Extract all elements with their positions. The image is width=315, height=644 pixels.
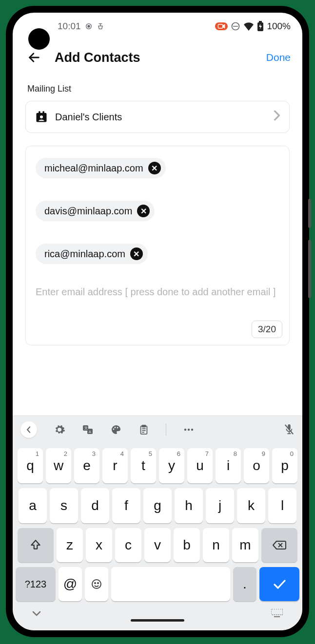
status-icon-1	[85, 22, 93, 30]
svg-point-16	[113, 429, 115, 430]
period-key[interactable]: .	[233, 567, 256, 601]
svg-text:文: 文	[84, 426, 88, 430]
key-q[interactable]: q1	[18, 448, 43, 483]
palette-icon[interactable]	[110, 424, 122, 436]
key-r[interactable]: r4	[102, 448, 128, 483]
key-i[interactable]: i8	[216, 448, 241, 483]
key-y[interactable]: y6	[159, 448, 184, 483]
home-indicator[interactable]	[131, 619, 184, 622]
enter-key[interactable]	[259, 567, 299, 601]
svg-point-18	[117, 427, 118, 429]
chip-label: micheal@minlaap.com	[44, 163, 143, 174]
dnd-icon	[231, 21, 240, 31]
svg-rect-2	[218, 24, 223, 28]
nav-collapse-icon[interactable]	[32, 610, 41, 616]
key-g[interactable]: g	[143, 488, 172, 523]
clipboard-icon[interactable]	[138, 424, 149, 436]
key-x[interactable]: x	[86, 528, 112, 562]
key-t[interactable]: t5	[131, 448, 156, 483]
svg-rect-6	[259, 21, 262, 22]
contact-chip: micheal@minlaap.com✕	[36, 158, 166, 178]
svg-rect-37	[274, 616, 280, 617]
app-header: Add Contacts Done	[13, 40, 302, 77]
key-j[interactable]: j	[206, 488, 234, 523]
contact-card-icon	[35, 110, 48, 124]
remove-chip-button[interactable]: ✕	[137, 205, 150, 217]
nav-keyboard-icon[interactable]	[271, 609, 283, 618]
contacts-card: micheal@minlaap.com✕davis@minlaap.com✕ri…	[25, 146, 290, 345]
battery-text: 100%	[267, 21, 291, 32]
svg-rect-20	[142, 425, 145, 427]
svg-point-34	[95, 583, 96, 584]
emoji-key[interactable]	[85, 567, 108, 601]
translate-icon[interactable]: 文A	[82, 424, 94, 436]
svg-point-26	[191, 429, 193, 431]
key-p[interactable]: p0	[272, 448, 297, 483]
kbd-collapse-button[interactable]	[20, 421, 37, 438]
svg-point-25	[188, 429, 190, 431]
key-e[interactable]: e3	[74, 448, 99, 483]
backspace-key[interactable]	[261, 528, 297, 562]
record-badge-icon	[215, 22, 228, 30]
svg-rect-10	[42, 111, 44, 114]
key-z[interactable]: z	[57, 528, 83, 562]
page-title: Add Contacts	[55, 50, 140, 65]
keyboard: 文A q1w2e3r4t5y6u7i8o9p0 asdfghjkl	[13, 416, 302, 630]
contacts-counter: 3/20	[252, 321, 282, 338]
svg-point-33	[92, 580, 101, 588]
svg-rect-9	[39, 111, 40, 114]
chip-label: davis@minlaap.com	[44, 206, 132, 217]
svg-text:A: A	[89, 430, 91, 434]
email-input[interactable]	[36, 286, 279, 298]
key-c[interactable]: c	[115, 528, 141, 562]
shift-key[interactable]	[18, 528, 54, 562]
svg-point-17	[115, 427, 116, 428]
key-k[interactable]: k	[237, 488, 265, 523]
back-button[interactable]	[24, 48, 44, 67]
key-v[interactable]: v	[144, 528, 171, 562]
key-f[interactable]: f	[112, 488, 140, 523]
key-n[interactable]: n	[203, 528, 229, 562]
camera-hole	[28, 28, 50, 50]
svg-point-1	[88, 25, 90, 27]
remove-chip-button[interactable]: ✕	[148, 162, 161, 174]
contact-chip: rica@minlaap.com✕	[36, 244, 148, 264]
status-icon-2	[97, 22, 104, 31]
chip-label: rica@minlaap.com	[44, 248, 125, 260]
svg-point-24	[184, 429, 186, 431]
key-a[interactable]: a	[19, 488, 47, 523]
key-d[interactable]: d	[81, 488, 109, 523]
key-w[interactable]: w2	[46, 448, 71, 483]
wifi-icon	[243, 22, 254, 31]
svg-point-35	[98, 583, 98, 584]
done-button[interactable]: Done	[266, 52, 291, 63]
status-time: 10:01	[58, 21, 81, 32]
key-h[interactable]: h	[175, 488, 203, 523]
mic-off-icon[interactable]	[284, 423, 295, 436]
chevron-right-icon	[274, 110, 280, 124]
svg-point-11	[40, 115, 43, 118]
key-b[interactable]: b	[174, 528, 200, 562]
symbols-key[interactable]: ?123	[16, 567, 56, 601]
status-bar: 10:01	[13, 13, 302, 40]
remove-chip-button[interactable]: ✕	[130, 247, 143, 260]
key-o[interactable]: o9	[244, 448, 269, 483]
at-key[interactable]: @	[59, 567, 82, 601]
key-u[interactable]: u7	[187, 448, 213, 483]
key-s[interactable]: s	[50, 488, 78, 523]
key-l[interactable]: l	[268, 488, 296, 523]
mailing-list-row[interactable]: Daniel's Clients	[25, 101, 290, 133]
section-label: Mailing List	[13, 77, 302, 99]
mailing-list-name: Daniel's Clients	[55, 112, 122, 123]
key-m[interactable]: m	[232, 528, 258, 562]
more-icon[interactable]	[183, 424, 195, 436]
svg-rect-36	[271, 609, 283, 615]
battery-icon	[257, 21, 264, 32]
contact-chip: davis@minlaap.com✕	[36, 201, 155, 221]
spacebar-key[interactable]	[111, 567, 230, 601]
gear-icon[interactable]	[54, 424, 65, 436]
